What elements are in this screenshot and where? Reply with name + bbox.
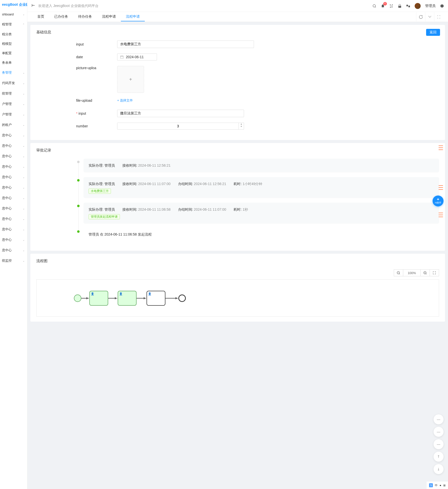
flow-task-node-2[interactable]: 👤	[118, 291, 137, 306]
sidebar-item[interactable]: 息中心⌄	[0, 224, 27, 235]
status-tag: 管理员发起流程申请	[89, 214, 120, 219]
timeline-item: 实际办理: 管理员接收时间: 2024-06-11 11:07:00办结时间: …	[84, 177, 439, 203]
taskbar-icon[interactable]: ⊞	[443, 484, 446, 487]
scroll-top-button[interactable]: ⤒	[434, 452, 444, 462]
taskbar-icon[interactable]: ●	[440, 484, 441, 487]
flow-arrow	[108, 298, 117, 298]
sidebar-item[interactable]: 息中心⌄	[0, 245, 27, 255]
float-button-3[interactable]: —	[434, 439, 444, 449]
sidebar-item[interactable]: 息中心⌄	[0, 203, 27, 214]
tab-dropdown-icon[interactable]	[425, 12, 434, 21]
sidebar-item[interactable]: shboard⌄	[0, 9, 27, 19]
zoom-in-button[interactable]	[421, 269, 430, 276]
flow-end-node[interactable]	[178, 294, 186, 302]
decoration	[439, 213, 443, 217]
tab[interactable]: 首页	[32, 12, 49, 21]
sidebar-item[interactable]: 统管理⌄	[0, 88, 27, 99]
sidebar-item[interactable]: 息中心⌄	[0, 214, 27, 224]
float-button-2[interactable]: —	[434, 427, 444, 437]
bell-icon[interactable]: 6	[381, 4, 385, 8]
flowchart-canvas[interactable]: 👤 👤 👤	[36, 279, 439, 317]
file-upload-label: file-upload	[76, 98, 117, 102]
fit-view-button[interactable]	[430, 269, 439, 276]
timeline-item: 管理员 在 2024-06-11 11:06:58 发起流程	[84, 228, 439, 246]
zoom-level[interactable]: 100%	[403, 269, 421, 276]
timeline-item: 实际办理: 管理员接收时间: 2024-06-11 12:56:21	[84, 159, 439, 177]
number-down-icon[interactable]: ▼	[239, 125, 244, 128]
avatar[interactable]	[415, 3, 421, 9]
sidebar-item[interactable]: 息中心⌄	[0, 151, 27, 161]
search-icon[interactable]	[372, 4, 376, 8]
gear-icon[interactable]	[440, 4, 444, 8]
sidebar-item[interactable]: 息中心⌄	[0, 235, 27, 245]
translate-icon[interactable]	[406, 4, 410, 8]
ime-badge[interactable]: S	[429, 483, 433, 487]
tab[interactable]: 流程申请	[121, 12, 145, 21]
sidebar-item[interactable]: 息中心⌄	[0, 130, 27, 141]
card-title: 审批记录	[36, 148, 439, 153]
username[interactable]: 管理员	[425, 4, 436, 8]
sidebar-item[interactable]: 务管理⌄	[0, 67, 27, 78]
file-upload-button[interactable]: 选择文件	[117, 98, 133, 103]
sidebar-item[interactable]: 息中心⌄	[0, 193, 27, 203]
timeline-plain-text: 管理员 在 2024-06-11 11:06:58 发起流程	[84, 228, 439, 241]
sidebar-item[interactable]: 户管理⌄	[0, 99, 27, 109]
basic-info-card: 基础信息 返回 input date 2024-06-11	[30, 25, 445, 140]
card-title: 基础信息	[36, 30, 439, 35]
ime-lang[interactable]: 中	[435, 484, 438, 487]
sidebar-item[interactable]: 单配置	[0, 49, 27, 58]
back-button[interactable]: 返回	[426, 29, 440, 36]
welcome-text: 欢迎进入 JeecgBoot 企业级低代码平台	[38, 4, 99, 8]
sidebar-item[interactable]: 务表单	[0, 58, 27, 67]
timeline-card: 实际办理: 管理员接收时间: 2024-06-11 12:56:21	[84, 159, 439, 172]
calendar-icon	[120, 55, 124, 59]
input2-label: *input	[76, 111, 117, 115]
sidebar-item[interactable]: 统监控⌄	[0, 255, 27, 266]
sidebar-item[interactable]: 程管理⌄	[0, 19, 27, 30]
date-value: 2024-06-11	[126, 55, 144, 59]
tab-refresh-icon[interactable]	[416, 12, 425, 21]
tab[interactable]: 流程申请	[97, 12, 121, 21]
taskbar: S 中 ● ⊞	[427, 482, 448, 489]
input2-field[interactable]	[117, 110, 244, 117]
tab-fullscreen-icon[interactable]	[434, 12, 443, 21]
sidebar-item[interactable]: 程模型	[0, 39, 27, 49]
lock-icon[interactable]	[398, 4, 402, 8]
sidebar-item[interactable]: 息中心⌄	[0, 141, 27, 151]
user-icon: 👤	[91, 292, 94, 295]
scroll-bottom-button[interactable]: ⤓	[434, 464, 444, 474]
flow-start-node[interactable]	[74, 294, 81, 302]
sidebar: eecgBoot 企业级... shboard⌄程管理⌄程分类程模型单配置务表单…	[0, 0, 27, 489]
sidebar-item[interactable]: 息中心⌄	[0, 161, 27, 172]
fullscreen-icon[interactable]	[389, 4, 393, 8]
notification-badge: 6	[383, 2, 387, 5]
tab[interactable]: 待办任务	[73, 12, 97, 21]
collapse-sidebar-button[interactable]	[31, 3, 35, 8]
input-field[interactable]	[117, 41, 254, 48]
timeline-item: 实际办理: 管理员接收时间: 2024-06-11 11:06:58办结时间: …	[84, 203, 439, 228]
sidebar-item[interactable]: 的租户⌄	[0, 120, 27, 130]
flow-arrow	[81, 298, 89, 298]
tabs-bar: 首页已办任务待办任务流程申请流程申请	[27, 12, 448, 22]
input-label: input	[76, 42, 117, 46]
number-value[interactable]	[117, 123, 239, 129]
number-field[interactable]: ▲ ▼	[117, 123, 244, 130]
sidebar-item[interactable]: 息中心⌄	[0, 182, 27, 193]
sidebar-item[interactable]: 程分类	[0, 30, 27, 39]
user-icon: 👤	[148, 292, 151, 295]
float-button-1[interactable]: —	[434, 414, 444, 424]
date-field[interactable]: 2024-06-11	[117, 53, 157, 60]
tab[interactable]: 已办任务	[49, 12, 73, 21]
logo[interactable]: eecgBoot 企业级...	[0, 0, 27, 9]
picture-upload-label: picture-uploa	[76, 66, 117, 70]
picture-upload-button[interactable]: +	[117, 66, 144, 93]
sidebar-item[interactable]: 息中心⌄	[0, 172, 27, 182]
sidebar-item[interactable]: 代码开发⌄	[0, 78, 27, 88]
flow-arrow	[165, 298, 178, 298]
decoration	[439, 146, 443, 150]
zoom-out-button[interactable]	[394, 269, 403, 276]
flow-task-node-3[interactable]: 👤	[147, 291, 165, 306]
sidebar-item[interactable]: 户管理⌄	[0, 109, 27, 120]
flow-task-node-1[interactable]: 👤	[89, 291, 108, 306]
number-up-icon[interactable]: ▲	[239, 123, 244, 125]
